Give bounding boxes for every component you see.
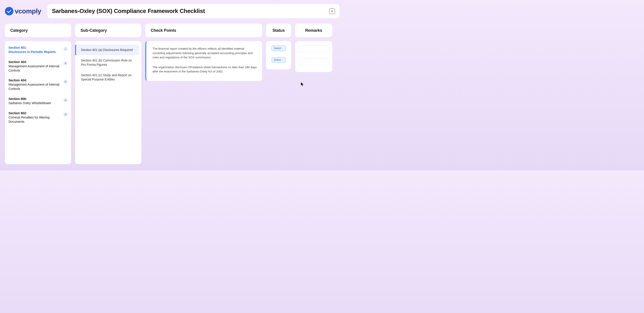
checkpoints-header-label: Check Points [151,28,176,33]
category-section-desc: Criminal Penalties for Altering Document… [8,115,61,124]
status-select-label: Select [274,58,281,62]
title-bar: Sarbanes-Oxley (SOX) Compliance Framewor… [48,4,340,18]
remarks-list [295,41,332,72]
checkpoint-item: The organization discloses Off-balance s… [151,63,257,77]
category-section-label: Section 806: [8,97,51,101]
status-header: Status [266,24,291,37]
expand-button[interactable]: + [64,98,68,102]
brand-logo: vcomply [5,7,41,16]
category-section-desc: Management Assessment of Internal Contro… [8,82,61,91]
subcategory-header-label: Sub-Category [80,28,107,33]
expand-button[interactable]: + [64,112,68,116]
category-section-desc: Management Assessment of Internal Contro… [8,64,61,73]
subcategory-item-401a[interactable]: Section 401 (a) Disclosures Required [75,45,139,55]
title-dropdown-toggle[interactable] [329,8,335,14]
category-item-section-401[interactable]: Section 401: Disclosures in Periodic Rep… [8,46,68,54]
chevron-down-icon [282,48,284,49]
category-section-label: Section 404: [8,78,61,82]
checkpoint-item: The financial report created by the offi… [151,45,257,63]
subcategory-item-401c[interactable]: Section 401 (c) Study and Report on Spec… [75,70,139,85]
category-item-section-404-b[interactable]: Section 404: Management Assessment of In… [8,78,68,91]
subcategory-header: Sub-Category [75,24,141,37]
subcategory-item-401b[interactable]: Section 401 (b) Commission Rule on Pro F… [75,55,139,70]
status-select[interactable]: Select [272,57,286,62]
checkpoints-header: Check Points [145,24,262,37]
chevron-down-icon [331,10,333,12]
category-header: Category [5,24,71,37]
category-section-label: Section 401: [8,46,56,50]
brand-name: vcomply [15,8,41,15]
category-section-desc: Sarbanes Oxley Whistleblower [8,101,51,105]
status-header-label: Status [272,28,285,33]
page-title: Sarbanes-Oxley (SOX) Compliance Framewor… [52,8,205,14]
remarks-input[interactable] [299,58,329,65]
category-item-section-404-a[interactable]: Section 404: Management Assessment of In… [8,60,68,73]
status-select-label: Select [274,47,281,50]
remarks-header: Remarks [295,24,332,37]
category-item-section-802[interactable]: Section 802: Criminal Penalties for Alte… [8,111,68,124]
logo-check-icon [5,7,14,16]
category-header-label: Category [10,28,28,33]
category-list: Section 401: Disclosures in Periodic Rep… [5,41,71,164]
category-section-label: Section 404: [8,60,61,64]
category-section-desc: Disclosures in Periodic Reports [8,50,56,54]
remarks-header-label: Remarks [305,28,322,33]
subcategory-list: Section 401 (a) Disclosures Required Sec… [75,41,141,164]
category-section-label: Section 802: [8,111,61,115]
expand-button[interactable]: + [64,80,68,84]
status-list: Select Select [266,41,291,69]
checkpoints-list: The financial report created by the offi… [145,41,262,81]
expand-button[interactable]: + [64,61,68,65]
chevron-down-icon [282,60,284,60]
collapse-button[interactable]: - [64,47,68,51]
category-item-section-806[interactable]: Section 806: Sarbanes Oxley Whistleblowe… [8,97,68,105]
status-select[interactable]: Select [272,46,286,51]
remarks-input[interactable] [299,46,329,52]
